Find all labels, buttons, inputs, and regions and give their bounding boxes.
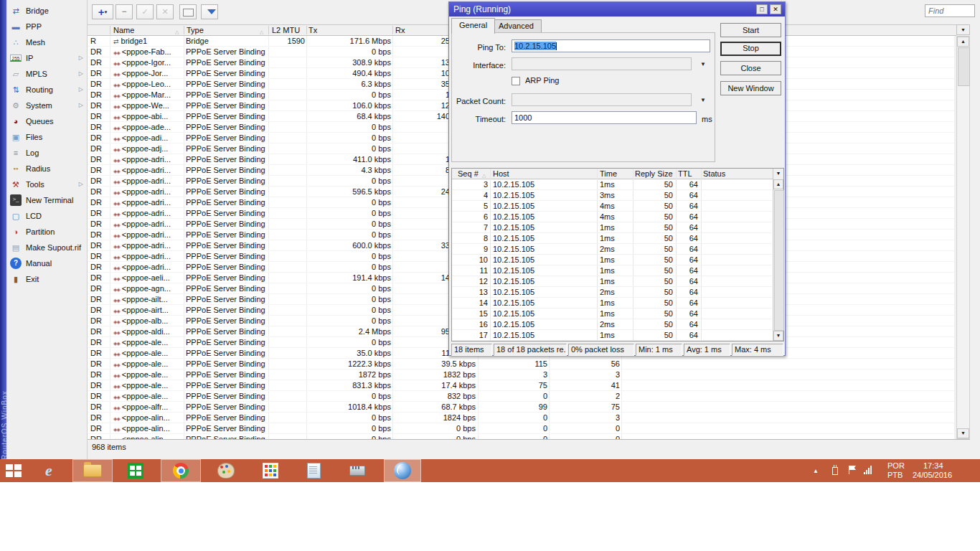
- ping-reply-size: 50: [633, 190, 673, 200]
- scroll-up-button[interactable]: ▲: [957, 37, 969, 47]
- column-header-time[interactable]: Time: [600, 169, 617, 179]
- comment-button[interactable]: [179, 4, 197, 19]
- interface-row[interactable]: DR◈◈<pppoe-alin...PPPoE Server Binding0 …: [88, 423, 954, 434]
- ping-result-row[interactable]: 1510.2.15.1051ms5064: [452, 309, 772, 319]
- close-button[interactable]: Close: [720, 61, 781, 75]
- column-header-tx[interactable]: Tx: [308, 25, 317, 35]
- sidebar-item-queues[interactable]: ◕Queues: [6, 113, 87, 129]
- ping-result-row[interactable]: 1210.2.15.1051ms5064: [452, 276, 772, 287]
- pppoe-binding-icon: ◈◈: [113, 319, 120, 324]
- ping-result-row[interactable]: 1310.2.15.1052ms5064: [452, 287, 772, 298]
- close-icon[interactable]: ✕: [770, 4, 781, 14]
- column-header-rx[interactable]: Rx: [395, 25, 405, 35]
- column-header-seq[interactable]: Seq #: [458, 169, 479, 179]
- tray-hidden-icons-arrow[interactable]: ▲: [813, 468, 819, 474]
- remove-button[interactable]: −: [116, 4, 133, 19]
- sidebar-item-mesh[interactable]: ∴Mesh: [6, 34, 87, 50]
- tray-language-top[interactable]: POR: [887, 461, 905, 471]
- interface-row[interactable]: DR◈◈<pppoe-ale...PPPoE Server Binding122…: [88, 359, 954, 369]
- taskbar-app-notepad[interactable]: [300, 459, 327, 482]
- sidebar-item-manual[interactable]: ?Manual: [6, 255, 87, 271]
- filter-button[interactable]: [201, 4, 218, 19]
- ping-result-row[interactable]: 1110.2.15.1051ms5064: [452, 265, 772, 276]
- interface-row[interactable]: DR◈◈<pppoe-ale...PPPoE Server Binding187…: [88, 369, 954, 380]
- column-chooser-button[interactable]: ▼: [956, 24, 970, 35]
- tray-flag-icon[interactable]: [849, 466, 849, 474]
- start-button[interactable]: Start: [720, 23, 781, 37]
- taskbar-app-winbox[interactable]: [384, 459, 421, 482]
- row-rx: 1: [393, 154, 450, 164]
- sidebar-item-system[interactable]: ⚙System▷: [6, 98, 87, 113]
- column-header-name[interactable]: Name: [113, 25, 134, 35]
- sidebar-item-tools[interactable]: ⚒Tools▷: [6, 176, 87, 192]
- scroll-thumb[interactable]: [958, 47, 970, 86]
- sidebar-item-ppp[interactable]: ▬PPP: [6, 19, 87, 34]
- taskbar-app-ie[interactable]: e: [36, 459, 62, 482]
- taskbar-app-paint[interactable]: [212, 459, 240, 482]
- sidebar-item-radius[interactable]: ●●Radius: [6, 161, 87, 176]
- sidebar-item-files[interactable]: ▣Files: [6, 129, 87, 145]
- start-button[interactable]: [1, 459, 26, 482]
- tab-advanced[interactable]: Advanced: [491, 19, 542, 33]
- taskbar-app-tiles[interactable]: [257, 459, 284, 482]
- sidebar-item-exit[interactable]: ▮Exit: [6, 271, 87, 287]
- column-chooser-button[interactable]: ▼: [773, 169, 783, 179]
- interface-row[interactable]: DR◈◈<pppoe-ale...PPPoE Server Binding831…: [88, 380, 954, 391]
- tray-usb-icon[interactable]: [832, 467, 838, 475]
- row-flags: DR: [90, 219, 109, 229]
- ping-result-row[interactable]: 410.2.15.1053ms5064: [452, 190, 772, 201]
- disable-button[interactable]: ✕: [156, 4, 174, 19]
- scroll-thumb[interactable]: [774, 190, 784, 331]
- column-header-host[interactable]: Host: [493, 169, 509, 179]
- ping-result-row[interactable]: 510.2.15.1054ms5064: [452, 201, 772, 212]
- ping-result-row[interactable]: 1410.2.15.1051ms5064: [452, 298, 772, 309]
- sidebar-item-make-supout[interactable]: ▤Make Supout.rif: [6, 240, 87, 255]
- add-button[interactable]: +▾: [92, 4, 113, 19]
- ping-results-scrollbar[interactable]: ▲ ▼: [773, 179, 783, 341]
- sidebar-item-mpls[interactable]: ▱MPLS▷: [6, 66, 87, 82]
- ping-result-row[interactable]: 1610.2.15.1052ms5064: [452, 319, 772, 330]
- sidebar-item-partition[interactable]: ◑Partition: [6, 224, 87, 240]
- maximize-icon[interactable]: □: [756, 4, 768, 14]
- taskbar-app-explorer[interactable]: [72, 459, 113, 482]
- column-header-type[interactable]: Type: [187, 25, 204, 35]
- ping-result-row[interactable]: 1010.2.15.1051ms5064: [452, 255, 772, 265]
- interface-row[interactable]: DR◈◈<pppoe-alin...PPPoE Server Binding0 …: [88, 413, 954, 423]
- find-input[interactable]: [925, 4, 975, 17]
- column-header-l2mtu[interactable]: L2 MTU: [272, 25, 300, 35]
- tray-network-signal-icon[interactable]: [864, 466, 872, 474]
- column-header-ttl[interactable]: TTL: [678, 169, 692, 179]
- ping-result-row[interactable]: 1710.2.15.1051ms5064: [452, 330, 772, 341]
- interface-row[interactable]: DR◈◈<pppoe-ale...PPPoE Server Binding0 b…: [88, 391, 954, 402]
- taskbar-app-store[interactable]: [123, 459, 149, 482]
- tab-general[interactable]: General: [451, 18, 495, 34]
- dialog-title[interactable]: Ping (Running): [449, 2, 785, 17]
- sidebar-item-bridge[interactable]: ⇄Bridge: [6, 3, 87, 19]
- scroll-down-button[interactable]: ▼: [773, 331, 783, 341]
- taskbar-app-connector[interactable]: [343, 459, 372, 482]
- tray-clock-date[interactable]: 24/05/2016: [913, 471, 952, 480]
- scroll-up-button[interactable]: ▲: [773, 179, 783, 189]
- new-window-button[interactable]: New Window: [720, 81, 781, 95]
- interface-row[interactable]: DR◈◈<pppoe-alin...PPPoE Server Binding0 …: [88, 434, 954, 439]
- stop-button[interactable]: Stop: [720, 42, 781, 56]
- tray-language-bottom[interactable]: PTB: [887, 471, 903, 480]
- sidebar-item-lcd[interactable]: ▢LCD: [6, 208, 87, 224]
- main-scrollbar[interactable]: ▲ ▼: [956, 36, 970, 439]
- sidebar-item-ip[interactable]: 255IP▷: [6, 50, 87, 66]
- column-header-reply-size[interactable]: Reply Size: [635, 169, 673, 179]
- tray-clock-time[interactable]: 17:34: [923, 461, 943, 471]
- scroll-down-button[interactable]: ▼: [957, 428, 969, 438]
- interface-row[interactable]: DR◈◈<pppoe-alfr...PPPoE Server Binding10…: [88, 402, 954, 413]
- enable-button[interactable]: ✓: [136, 4, 154, 19]
- ping-result-row[interactable]: 810.2.15.1051ms5064: [452, 233, 772, 244]
- sidebar-item-log[interactable]: ≡Log: [6, 145, 87, 161]
- sidebar-item-routing[interactable]: ⇅Routing▷: [6, 82, 87, 98]
- column-header-status[interactable]: Status: [703, 169, 725, 179]
- ping-result-row[interactable]: 910.2.15.1052ms5064: [452, 244, 772, 255]
- sidebar-item-new-terminal[interactable]: >_New Terminal: [6, 192, 87, 208]
- ping-result-row[interactable]: 610.2.15.1054ms5064: [452, 212, 772, 222]
- ping-result-row[interactable]: 710.2.15.1051ms5064: [452, 222, 772, 233]
- taskbar-app-chrome[interactable]: [161, 459, 201, 482]
- ping-result-row[interactable]: 310.2.15.1051ms5064: [452, 179, 772, 190]
